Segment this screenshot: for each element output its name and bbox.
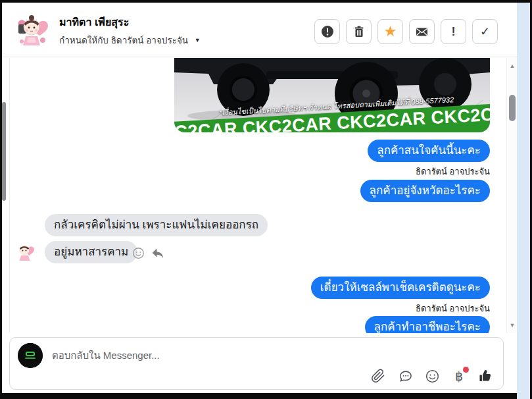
mark-important-button[interactable]: ! xyxy=(441,19,466,44)
saved-replies-button[interactable] xyxy=(397,368,413,384)
exclamation-circle-icon xyxy=(320,24,335,39)
chat-scrollbar[interactable]: ▲ ▼ xyxy=(506,58,517,333)
mark-unread-button[interactable] xyxy=(409,19,435,44)
report-spam-button[interactable] xyxy=(314,19,340,44)
attach-file-button[interactable] xyxy=(370,368,386,384)
reply-input[interactable]: ตอบกลับใน Messenger... xyxy=(52,348,160,363)
message-bubble-outgoing: ลูกค้าอยู่จังหวัดอะไรคะ xyxy=(360,180,490,202)
reply-icon[interactable] xyxy=(151,248,164,259)
comment-dots-icon xyxy=(398,369,413,384)
delete-button[interactable] xyxy=(346,19,372,44)
exclamation-icon: ! xyxy=(452,25,456,39)
conversation-panel: มาทิตา เพียสุระ กำหนดให้กับ ธิดารัตน์ อา… xyxy=(2,3,517,393)
notification-badge xyxy=(463,367,469,373)
panel-divider xyxy=(9,58,10,333)
left-panel-scrollbar-thumb[interactable] xyxy=(2,102,6,201)
conversation-toolbar: ★ ! ✓ xyxy=(314,19,498,44)
reply-composer[interactable]: ตอบกลับใน Messenger... xyxy=(9,337,504,390)
agent-attribution: ธิดารัตน์ อาจประจัน xyxy=(416,165,490,178)
paperclip-icon xyxy=(371,369,385,383)
message-list: *เงื่อนไขเป็นไปตามที่บริษัทฯ กำหนด โทรสอ… xyxy=(2,58,517,333)
message-bubble-incoming: กลัวเครคิตไม่ผ่าน เพราะแฟนไม่เคยออกรถ xyxy=(45,214,268,236)
assignment-dropdown[interactable]: กำหนดให้กับ ธิดารัตน์ อาจประจัน ▼ xyxy=(59,33,201,47)
page-avatar xyxy=(18,343,43,368)
conversation-header: มาทิตา เพียสุระ กำหนดให้กับ ธิดารัตน์ อา… xyxy=(2,3,517,57)
browser-scroll-gutter[interactable] xyxy=(517,3,530,399)
star-icon: ★ xyxy=(384,24,397,39)
composer-actions: ฿ xyxy=(370,368,494,384)
sender-avatar xyxy=(14,241,36,263)
thumbs-up-icon xyxy=(478,367,494,385)
chevron-down-icon: ▼ xyxy=(195,37,201,43)
message-bubble-outgoing: ลูกค้าสนใจคันนี้นะคะ xyxy=(368,140,490,162)
message-bubble-outgoing: เดี๋ยวให้เซลล์พาเช็คเครดิตดูนะคะ xyxy=(311,277,490,299)
baht-icon: ฿ xyxy=(455,369,463,384)
assignment-label: กำหนดให้กับ ธิดารัตน์ อาจประจัน xyxy=(59,36,188,45)
scrollbar-thumb[interactable] xyxy=(509,95,516,121)
check-icon: ✓ xyxy=(480,24,490,39)
scroll-up-arrow[interactable]: ▲ xyxy=(507,63,518,69)
scroll-down-arrow[interactable]: ▼ xyxy=(507,322,518,329)
star-button[interactable]: ★ xyxy=(377,19,403,44)
emoji-smile-icon xyxy=(425,369,440,384)
contact-name: มาทิตา เพียสุระ xyxy=(59,14,129,30)
contact-avatar xyxy=(14,11,51,49)
message-bubble-incoming: อยู่มหาสารคาม xyxy=(45,241,137,263)
messenger-inbox-window: มาทิตา เพียสุระ กำหนดให้กับ ธิดารัตน์ อา… xyxy=(0,0,532,399)
emoji-button[interactable] xyxy=(424,368,440,384)
trash-icon xyxy=(352,25,366,38)
payment-button[interactable]: ฿ xyxy=(451,368,467,384)
mark-done-button[interactable]: ✓ xyxy=(472,19,498,44)
photo-message[interactable]: *เงื่อนไขเป็นไปตามที่บริษัทฯ กำหนด โทรสอ… xyxy=(174,58,490,132)
agent-attribution: ธิดารัตน์ อาจประจัน xyxy=(416,302,490,315)
envelope-icon xyxy=(415,25,429,39)
like-button[interactable] xyxy=(478,368,494,384)
message-bubble-outgoing: ลูกค้าทำอาชีพอะไรคะ xyxy=(365,316,490,333)
message-hover-actions xyxy=(132,247,164,259)
add-reaction-icon[interactable] xyxy=(132,247,145,259)
